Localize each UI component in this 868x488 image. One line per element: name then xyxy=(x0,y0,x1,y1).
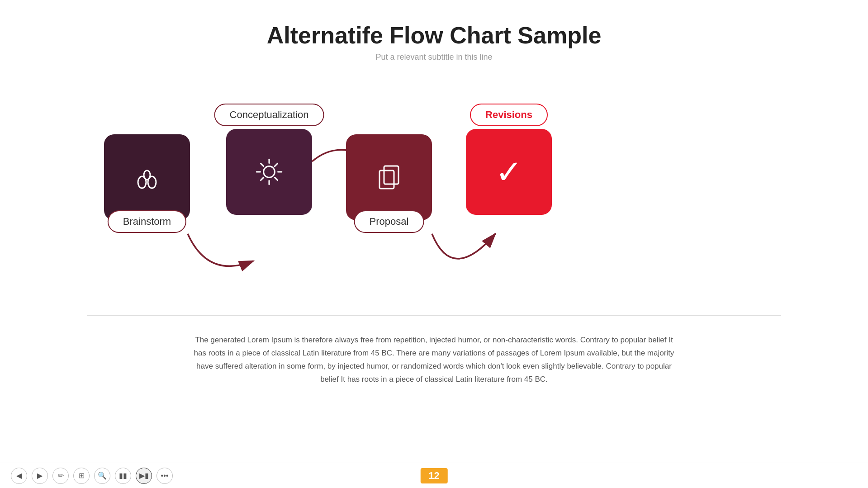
svg-line-14 xyxy=(261,177,263,180)
more-button[interactable]: ••• xyxy=(157,468,173,484)
edit-button[interactable]: ✏ xyxy=(52,468,69,484)
node-brainstorm: Brainstorm xyxy=(104,134,190,220)
prev-button[interactable]: ◀ xyxy=(11,468,27,484)
slide-subtitle: Put a relevant subtitle in this line xyxy=(0,52,868,62)
print-button[interactable]: ⊞ xyxy=(73,468,90,484)
drops-icon xyxy=(131,161,163,193)
brainstorm-label: Brainstorm xyxy=(108,210,186,233)
slide-title: Alternatife Flow Chart Sample xyxy=(0,22,868,49)
node-revisions: Revisions ✓ xyxy=(466,116,552,215)
svg-point-5 xyxy=(144,171,150,180)
svg-rect-15 xyxy=(379,171,394,189)
brainstorm-icon-block xyxy=(104,134,190,220)
svg-line-11 xyxy=(261,163,263,166)
svg-rect-16 xyxy=(384,166,398,184)
checkmark-icon: ✓ xyxy=(495,156,522,188)
svg-line-13 xyxy=(275,163,277,166)
revisions-label: Revisions xyxy=(470,104,548,126)
video-button[interactable]: ▶▮ xyxy=(136,468,152,484)
proposal-icon-block xyxy=(346,134,432,220)
body-text: The generated Lorem Ipsum is therefore a… xyxy=(163,334,706,386)
node-proposal: Proposal xyxy=(346,134,432,220)
sun-icon xyxy=(253,156,285,188)
node-conceptualize: Conceptualization xyxy=(226,116,312,215)
page-number: 12 xyxy=(420,468,447,483)
toolbar-buttons: ◀ ▶ ✏ ⊞ 🔍 ▮▮ ▶▮ ••• xyxy=(11,468,173,484)
svg-point-6 xyxy=(264,166,275,178)
section-divider xyxy=(87,315,781,316)
conceptualize-label: Conceptualization xyxy=(214,104,324,126)
conceptualize-icon-block xyxy=(226,129,312,215)
zoom-button[interactable]: 🔍 xyxy=(94,468,110,484)
diagram-area: Brainstorm Conceptualization xyxy=(0,89,868,297)
proposal-label: Proposal xyxy=(354,210,424,233)
next-button[interactable]: ▶ xyxy=(32,468,48,484)
svg-line-12 xyxy=(275,177,277,180)
view-button[interactable]: ▮▮ xyxy=(115,468,131,484)
revisions-icon-block: ✓ xyxy=(466,129,552,215)
toolbar: ◀ ▶ ✏ ⊞ 🔍 ▮▮ ▶▮ ••• 12 xyxy=(0,463,868,488)
slide-header: Alternatife Flow Chart Sample Put a rele… xyxy=(0,0,868,62)
cards-icon xyxy=(373,161,405,193)
